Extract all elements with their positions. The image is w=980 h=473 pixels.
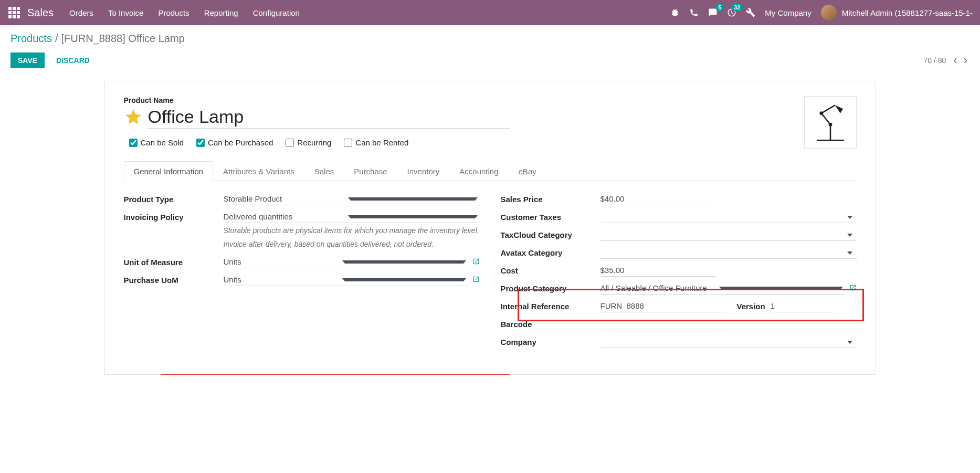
breadcrumb: Products / [FURN_8888] Office Lamp (10, 33, 185, 45)
discard-button[interactable]: DISCARD (49, 52, 97, 68)
menu-products[interactable]: Products (158, 8, 189, 17)
tab-inventory[interactable]: Inventory (397, 161, 450, 181)
highlight-left (161, 374, 510, 375)
tab-ebay[interactable]: eBay (509, 161, 546, 181)
form-sheet: Product Name Can be Sold Can be Purchase… (104, 81, 876, 375)
chevron-down-icon (847, 234, 852, 237)
menu-to-invoice[interactable]: To Invoice (108, 8, 144, 17)
menu-configuration[interactable]: Configuration (253, 8, 300, 17)
messages-icon[interactable]: 5 (708, 8, 718, 17)
company-select[interactable] (600, 335, 857, 348)
product-image[interactable] (804, 96, 857, 149)
cost-input[interactable] (600, 264, 716, 277)
taxcloud-category-select[interactable] (600, 228, 857, 241)
chevron-down-icon (719, 287, 843, 290)
product-type-label: Product Type (124, 193, 224, 204)
pager-next[interactable]: › (962, 54, 970, 67)
tab-sales[interactable]: Sales (304, 161, 344, 181)
svg-point-1 (819, 111, 823, 115)
main-menu: Orders To Invoice Products Reporting Con… (63, 8, 300, 17)
sales-price-input[interactable] (600, 193, 716, 205)
apps-icon[interactable] (4, 3, 24, 23)
menu-orders[interactable]: Orders (69, 8, 93, 17)
chevron-down-icon (342, 260, 466, 264)
user-menu[interactable]: Mitchell Admin (15881277-saas-15-1- (821, 5, 973, 20)
product-category-label: Product Category (501, 282, 600, 293)
breadcrumb-row: Products / [FURN_8888] Office Lamp (0, 25, 980, 48)
product-type-select[interactable]: Storable Product (224, 193, 480, 205)
breadcrumb-current: [FURN_8888] Office Lamp (61, 33, 185, 45)
purchase-uom-select[interactable]: Units (224, 274, 468, 286)
activities-badge: 32 (731, 4, 743, 11)
external-link-icon[interactable] (849, 284, 857, 293)
invoicing-policy-select[interactable]: Delivered quantities (224, 211, 480, 223)
barcode-input[interactable] (600, 318, 726, 330)
pager: 70 / 80 ‹ › (924, 54, 970, 67)
topbar: Sales Orders To Invoice Products Reporti… (0, 0, 980, 25)
breadcrumb-sep: / (55, 33, 58, 45)
avatax-category-label: Avatax Category (501, 246, 600, 257)
tab-purchase[interactable]: Purchase (344, 161, 397, 181)
external-link-icon[interactable] (472, 258, 480, 267)
right-column: Sales Price Customer Taxes TaxCloud Cate… (501, 193, 857, 353)
favorite-star-icon[interactable] (124, 108, 143, 127)
chevron-down-icon (348, 197, 478, 201)
customer-taxes-select[interactable] (600, 211, 857, 223)
chevron-down-icon (348, 215, 478, 218)
cost-label: Cost (501, 264, 600, 275)
bug-icon[interactable] (670, 8, 680, 17)
version-input[interactable] (771, 300, 834, 312)
phone-icon[interactable] (689, 8, 699, 17)
left-column: Product Type Storable Product Invoicing … (124, 193, 480, 353)
chevron-down-icon (847, 251, 852, 255)
barcode-label: Barcode (501, 318, 600, 329)
user-name: Mitchell Admin (15881277-saas-15-1- (842, 8, 973, 17)
check-can-be-sold[interactable]: Can be Sold (129, 138, 184, 147)
company-selector[interactable]: My Company (765, 8, 811, 17)
tools-icon[interactable] (746, 8, 755, 17)
purchase-uom-label: Purchase UoM (124, 274, 224, 285)
activities-icon[interactable]: 32 (727, 8, 736, 17)
chevron-down-icon (847, 341, 852, 344)
pager-prev[interactable]: ‹ (951, 54, 959, 67)
uom-label: Unit of Measure (124, 256, 224, 267)
chevron-down-icon (342, 278, 466, 281)
help-invoice: Invoice after delivery, based on quantit… (224, 240, 480, 248)
product-name-label: Product Name (124, 96, 788, 104)
check-recurring[interactable]: Recurring (286, 138, 331, 147)
taxcloud-category-label: TaxCloud Category (501, 228, 600, 239)
tab-general-information[interactable]: General Information (124, 161, 214, 181)
external-link-icon[interactable] (472, 276, 480, 285)
tab-accounting[interactable]: Accounting (449, 161, 508, 181)
breadcrumb-parent[interactable]: Products (10, 33, 52, 45)
action-bar: SAVE DISCARD 70 / 80 ‹ › (0, 48, 980, 75)
internal-reference-label: Internal Reference (501, 300, 600, 311)
product-name-input[interactable] (148, 106, 510, 129)
check-can-be-rented[interactable]: Can be Rented (344, 138, 408, 147)
chevron-down-icon (847, 216, 852, 219)
svg-point-0 (828, 123, 832, 127)
pager-count[interactable]: 70 / 80 (924, 56, 946, 65)
avatax-category-select[interactable] (600, 246, 857, 259)
tabs: General Information Attributes & Variant… (124, 161, 857, 181)
save-button[interactable]: SAVE (10, 52, 45, 68)
brand[interactable]: Sales (24, 7, 63, 19)
customer-taxes-label: Customer Taxes (501, 211, 600, 222)
topbar-right: 5 32 My Company Mitchell Admin (15881277… (670, 5, 976, 20)
help-storable: Storable products are physical items for… (224, 226, 480, 235)
sales-price-label: Sales Price (501, 193, 600, 204)
menu-reporting[interactable]: Reporting (204, 8, 238, 17)
product-category-select[interactable]: All / Saleable / Office Furniture (600, 282, 845, 295)
internal-reference-input[interactable] (600, 300, 726, 312)
uom-select[interactable]: Units (224, 256, 468, 268)
avatar (821, 5, 837, 20)
company-label: Company (501, 335, 600, 346)
version-label: Version (737, 302, 765, 311)
check-can-be-purchased[interactable]: Can be Purchased (196, 138, 273, 147)
messages-badge: 5 (715, 4, 724, 11)
tab-attributes-variants[interactable]: Attributes & Variants (213, 161, 304, 181)
invoicing-policy-label: Invoicing Policy (124, 211, 224, 222)
